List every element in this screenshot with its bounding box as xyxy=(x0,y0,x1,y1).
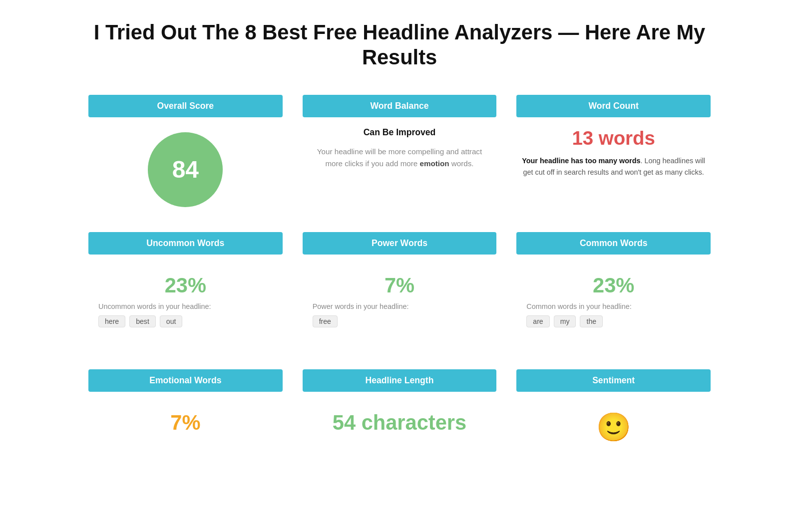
word-balance-status: Can Be Improved xyxy=(364,127,436,138)
word-balance-header: Word Balance xyxy=(303,95,497,117)
word-count-value: 13 words xyxy=(572,127,655,149)
power-words-tags: free xyxy=(308,315,492,327)
word-balance-description: Your headline will be more compelling an… xyxy=(308,146,492,170)
common-words-label: Common words in your headline: xyxy=(521,302,706,310)
cards-grid: Overall Score 84 Word Balance Can Be Imp… xyxy=(88,95,711,492)
tag-free: free xyxy=(313,315,338,327)
common-words-percent: 23% xyxy=(593,273,634,297)
uncommon-words-percent: 23% xyxy=(165,273,206,297)
card-sentiment: Sentiment 🙂 xyxy=(516,369,711,492)
word-count-desc-bold: Your headline has too many words xyxy=(522,157,640,165)
sentiment-emoji: 🙂 xyxy=(596,411,631,444)
emotional-words-body: 7% xyxy=(88,392,283,492)
balance-desc-after: words. xyxy=(449,159,474,168)
card-power-words: Power Words 7% Power words in your headl… xyxy=(303,232,497,354)
uncommon-words-header: Uncommon Words xyxy=(88,232,283,255)
score-value: 84 xyxy=(172,156,199,183)
word-balance-body: Can Be Improved Your headline will be mo… xyxy=(303,117,497,217)
card-word-count: Word Count 13 words Your headline has to… xyxy=(516,95,711,217)
card-emotional-words: Emotional Words 7% xyxy=(88,369,283,492)
power-words-body: 7% Power words in your headline: free xyxy=(303,255,497,354)
page-title: I Tried Out The 8 Best Free Headline Ana… xyxy=(88,20,711,70)
overall-score-header: Overall Score xyxy=(88,95,283,117)
balance-emphasis: emotion xyxy=(420,159,449,168)
tag-out: out xyxy=(160,315,183,327)
power-words-label: Power words in your headline: xyxy=(308,302,492,310)
uncommon-words-tags: here best out xyxy=(93,315,278,327)
sentiment-header: Sentiment xyxy=(516,369,711,392)
headline-length-body: 54 characters xyxy=(303,392,497,492)
power-words-percent: 7% xyxy=(385,273,414,297)
word-count-body: 13 words Your headline has too many word… xyxy=(516,117,711,217)
score-circle: 84 xyxy=(148,132,223,207)
uncommon-words-label: Uncommon words in your headline: xyxy=(93,302,278,310)
card-common-words: Common Words 23% Common words in your he… xyxy=(516,232,711,354)
common-words-tags: are my the xyxy=(521,315,706,327)
emotional-words-header: Emotional Words xyxy=(88,369,283,392)
tag-my: my xyxy=(554,315,576,327)
emotional-words-percent: 7% xyxy=(170,411,200,435)
sentiment-body: 🙂 xyxy=(516,392,711,492)
power-words-header: Power Words xyxy=(303,232,497,255)
overall-score-body: 84 xyxy=(88,117,283,217)
card-word-balance: Word Balance Can Be Improved Your headli… xyxy=(303,95,497,217)
tag-best: best xyxy=(129,315,156,327)
card-uncommon-words: Uncommon Words 23% Uncommon words in you… xyxy=(88,232,283,354)
word-count-desc: Your headline has too many words. Long h… xyxy=(521,155,706,178)
word-count-header: Word Count xyxy=(516,95,711,117)
tag-are: are xyxy=(526,315,549,327)
common-words-body: 23% Common words in your headline: are m… xyxy=(516,255,711,354)
tag-here: here xyxy=(98,315,125,327)
headline-length-value: 54 characters xyxy=(333,411,466,435)
card-headline-length: Headline Length 54 characters xyxy=(303,369,497,492)
card-overall-score: Overall Score 84 xyxy=(88,95,283,217)
common-words-header: Common Words xyxy=(516,232,711,255)
uncommon-words-body: 23% Uncommon words in your headline: her… xyxy=(88,255,283,354)
headline-length-header: Headline Length xyxy=(303,369,497,392)
tag-the: the xyxy=(580,315,603,327)
